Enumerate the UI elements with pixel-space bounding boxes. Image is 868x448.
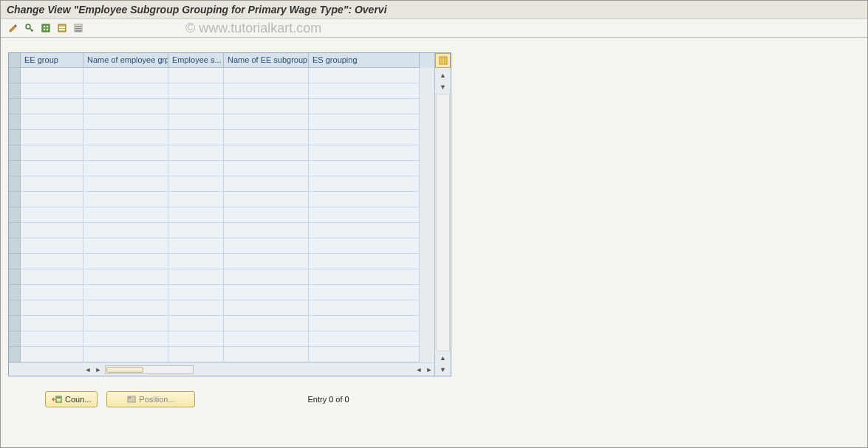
- table-row[interactable]: [9, 347, 434, 362]
- table-row[interactable]: [9, 161, 434, 176]
- cell-employee-s[interactable]: [168, 285, 224, 300]
- cell-name-grp[interactable]: [83, 68, 168, 83]
- scroll-up-icon[interactable]: ▲: [435, 69, 451, 81]
- cell-es-grouping[interactable]: [309, 331, 420, 347]
- table-row[interactable]: [9, 316, 434, 331]
- country-button[interactable]: Coun...: [45, 391, 98, 407]
- cell-employee-s[interactable]: [168, 161, 224, 176]
- position-button[interactable]: Position...: [106, 391, 195, 407]
- row-selector[interactable]: [9, 269, 21, 285]
- cell-es-grouping[interactable]: [309, 223, 420, 238]
- cell-name-grp[interactable]: [83, 269, 168, 285]
- table-row[interactable]: [9, 130, 434, 145]
- cell-name-subgroup[interactable]: [224, 331, 309, 347]
- table-row[interactable]: [9, 223, 434, 238]
- cell-name-subgroup[interactable]: [224, 99, 309, 114]
- row-selector[interactable]: [9, 300, 21, 316]
- cell-es-grouping[interactable]: [309, 161, 420, 176]
- cell-name-subgroup[interactable]: [224, 269, 309, 285]
- cell-employee-s[interactable]: [168, 68, 224, 83]
- cell-ee-group[interactable]: [21, 254, 83, 269]
- scroll-left-icon[interactable]: ◄: [83, 366, 93, 373]
- cell-name-grp[interactable]: [83, 316, 168, 331]
- cell-name-grp[interactable]: [83, 347, 168, 362]
- table-row[interactable]: [9, 114, 434, 130]
- cell-name-grp[interactable]: [83, 176, 168, 192]
- cell-employee-s[interactable]: [168, 99, 224, 114]
- column-header-es-grouping[interactable]: ES grouping: [309, 53, 420, 68]
- table-row[interactable]: [9, 285, 434, 300]
- cell-name-subgroup[interactable]: [224, 254, 309, 269]
- row-selector[interactable]: [9, 68, 21, 83]
- cell-es-grouping[interactable]: [309, 99, 420, 114]
- table-row[interactable]: [9, 207, 434, 223]
- cell-employee-s[interactable]: [168, 331, 224, 347]
- cell-employee-s[interactable]: [168, 176, 224, 192]
- scroll-right-step-icon[interactable]: ►: [93, 366, 103, 373]
- cell-name-grp[interactable]: [83, 331, 168, 347]
- cell-es-grouping[interactable]: [309, 269, 420, 285]
- cell-name-grp[interactable]: [83, 161, 168, 176]
- cell-name-grp[interactable]: [83, 300, 168, 316]
- cell-es-grouping[interactable]: [309, 347, 420, 362]
- display-change-icon[interactable]: [7, 21, 20, 35]
- cell-ee-group[interactable]: [21, 300, 83, 316]
- row-selector[interactable]: [9, 347, 21, 362]
- table-row[interactable]: [9, 300, 434, 316]
- cell-name-subgroup[interactable]: [224, 114, 309, 130]
- row-selector[interactable]: [9, 254, 21, 269]
- cell-ee-group[interactable]: [21, 331, 83, 347]
- cell-employee-s[interactable]: [168, 83, 224, 99]
- cell-ee-group[interactable]: [21, 68, 83, 83]
- cell-es-grouping[interactable]: [309, 316, 420, 331]
- select-all-icon[interactable]: [39, 21, 52, 35]
- cell-ee-group[interactable]: [21, 130, 83, 145]
- cell-es-grouping[interactable]: [309, 145, 420, 161]
- row-selector[interactable]: [9, 145, 21, 161]
- cell-es-grouping[interactable]: [309, 254, 420, 269]
- cell-name-subgroup[interactable]: [224, 176, 309, 192]
- cell-employee-s[interactable]: [168, 316, 224, 331]
- cell-name-subgroup[interactable]: [224, 130, 309, 145]
- cell-name-grp[interactable]: [83, 223, 168, 238]
- hscroll-track[interactable]: [105, 365, 194, 374]
- cell-ee-group[interactable]: [21, 114, 83, 130]
- cell-name-grp[interactable]: [83, 114, 168, 130]
- row-selector[interactable]: [9, 114, 21, 130]
- row-selector[interactable]: [9, 99, 21, 114]
- cell-name-subgroup[interactable]: [224, 316, 309, 331]
- cell-ee-group[interactable]: [21, 83, 83, 99]
- cell-ee-group[interactable]: [21, 176, 83, 192]
- column-header-name-subgroup[interactable]: Name of EE subgroup: [224, 53, 309, 68]
- scroll-down-step-icon[interactable]: ▼: [435, 81, 451, 93]
- cell-ee-group[interactable]: [21, 269, 83, 285]
- cell-employee-s[interactable]: [168, 347, 224, 362]
- cell-name-grp[interactable]: [83, 145, 168, 161]
- cell-name-grp[interactable]: [83, 238, 168, 254]
- cell-name-grp[interactable]: [83, 207, 168, 223]
- cell-es-grouping[interactable]: [309, 285, 420, 300]
- row-selector[interactable]: [9, 331, 21, 347]
- cell-name-grp[interactable]: [83, 285, 168, 300]
- cell-name-subgroup[interactable]: [224, 347, 309, 362]
- cell-employee-s[interactable]: [168, 223, 224, 238]
- cell-name-grp[interactable]: [83, 130, 168, 145]
- cell-name-grp[interactable]: [83, 83, 168, 99]
- cell-name-subgroup[interactable]: [224, 238, 309, 254]
- row-selector[interactable]: [9, 207, 21, 223]
- table-row[interactable]: [9, 238, 434, 254]
- cell-ee-group[interactable]: [21, 347, 83, 362]
- cell-es-grouping[interactable]: [309, 130, 420, 145]
- cell-employee-s[interactable]: [168, 269, 224, 285]
- deselect-all-icon[interactable]: [72, 21, 85, 35]
- cell-ee-group[interactable]: [21, 207, 83, 223]
- table-row[interactable]: [9, 192, 434, 207]
- cell-employee-s[interactable]: [168, 145, 224, 161]
- scroll-right-end-icon[interactable]: ►: [424, 366, 434, 373]
- scroll-down-end-icon[interactable]: ▼: [435, 364, 451, 376]
- cell-name-subgroup[interactable]: [224, 223, 309, 238]
- scroll-left-end-icon[interactable]: ◄: [414, 366, 424, 373]
- row-selector[interactable]: [9, 130, 21, 145]
- cell-es-grouping[interactable]: [309, 238, 420, 254]
- cell-name-subgroup[interactable]: [224, 161, 309, 176]
